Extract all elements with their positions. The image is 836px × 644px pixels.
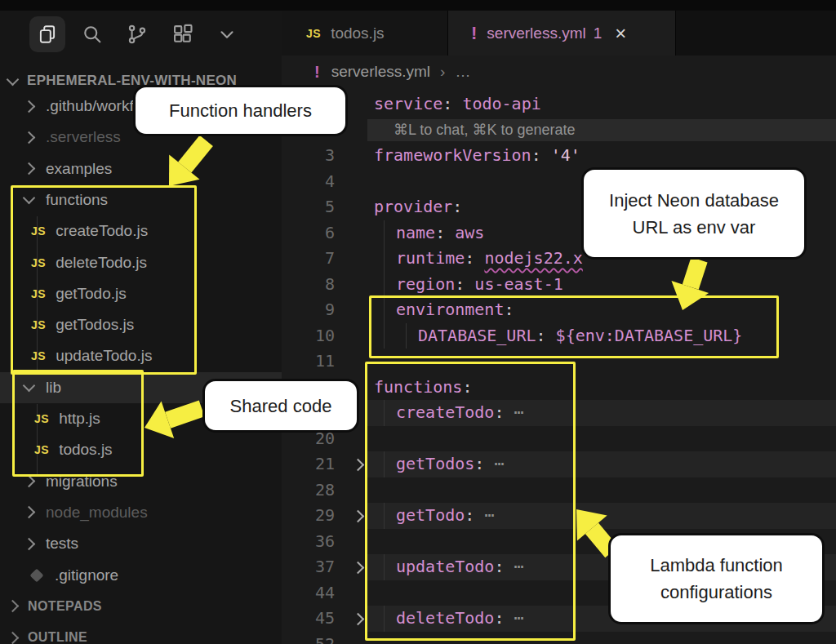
fold-chevron-icon[interactable]: [352, 459, 365, 472]
code-token: provider: [374, 197, 452, 216]
callout-text: Lambda function configurations: [619, 552, 814, 606]
line-number: 7: [282, 246, 335, 272]
line-number: 29: [282, 503, 335, 529]
gitignore-icon: [30, 568, 44, 582]
highlight-box-functions-config: [365, 362, 576, 641]
tree-item[interactable]: JS node_modules: [0, 497, 282, 528]
tree-item-label: node_modules: [46, 504, 148, 522]
callout-shared-code: Shared code: [202, 379, 359, 433]
close-icon[interactable]: ×: [615, 24, 626, 43]
breadcrumb-separator: ›: [440, 63, 445, 81]
chevron-icon: [23, 162, 36, 175]
line-number: 21: [282, 451, 335, 477]
code-text: runtime: nodejs22.x: [396, 246, 583, 272]
tree-item[interactable]: JS .gitignore: [0, 560, 282, 591]
fold-chevron-icon[interactable]: [352, 510, 365, 523]
ai-hint-bar: ⌘L to chat, ⌘K to generate: [367, 119, 836, 142]
chevron-icon: [23, 100, 36, 113]
callout-text: Shared code: [230, 393, 332, 420]
code-token: name: [396, 223, 435, 242]
callout-text: Function handlers: [169, 97, 312, 124]
code-token: service: [374, 94, 442, 113]
tree-item[interactable]: JS examples: [0, 153, 282, 184]
code-line[interactable]: 8 region: us-east-1: [282, 272, 836, 298]
tab-badge: 1: [594, 24, 603, 42]
code-token: us-east-1: [474, 274, 563, 294]
code-line[interactable]: ⌘L to chat, ⌘K to generate: [282, 118, 836, 144]
chevron-icon: [23, 475, 36, 488]
code-token: '4': [551, 145, 580, 165]
chevron-icon: [23, 131, 36, 144]
tree-item-label: OUTLINE: [28, 630, 87, 644]
tab-bar: JS todos.js ! serverless.yml 1 ×: [282, 11, 836, 56]
chevron-icon: [7, 631, 20, 644]
yaml-warning-icon: !: [314, 63, 320, 82]
code-line[interactable]: 3 frameworkVersion: '4': [282, 143, 836, 169]
chevron-icon: [7, 600, 20, 613]
chevron-icon: [23, 537, 36, 550]
line-number: 45: [282, 606, 335, 632]
ai-hint-text: ⌘L to chat, ⌘K to generate: [394, 122, 575, 138]
tab-label: serverless.yml: [487, 24, 585, 42]
line-number: 52: [282, 632, 335, 644]
tab-todos[interactable]: JS todos.js: [282, 11, 448, 56]
code-text: name: aws: [396, 220, 484, 246]
title-bar: [0, 0, 836, 11]
yaml-warning-icon: !: [471, 23, 477, 44]
code-text: frameworkVersion: '4': [374, 143, 580, 169]
callout-text: Inject Neon database URL as env var: [592, 187, 796, 241]
line-number: 6: [282, 220, 335, 246]
line-number: 10: [282, 323, 335, 349]
highlight-box-functions-folder: [11, 185, 197, 375]
tree-item-label: NOTEPADS: [28, 599, 102, 614]
code-token: :: [531, 145, 551, 165]
code-token: runtime: [396, 248, 465, 268]
code-text: service: todo-api: [374, 91, 541, 118]
chevron-icon: [23, 506, 36, 519]
indent-guide: [384, 246, 385, 272]
tree-item-label: .serverless: [46, 128, 121, 146]
tab-serverless[interactable]: ! serverless.yml 1 ×: [448, 11, 676, 56]
code-token: :: [452, 197, 462, 216]
vscode-window: EPHEMERAL-ENV-WITH-NEON JS .github/workf…: [0, 0, 836, 644]
tree-item[interactable]: JS tests: [0, 528, 282, 559]
code-line[interactable]: 1 service: todo-api: [282, 91, 836, 118]
code-token: :: [442, 94, 462, 113]
breadcrumb[interactable]: ! serverless.yml › …: [282, 56, 836, 88]
breadcrumb-more[interactable]: …: [455, 63, 470, 81]
line-number: 11: [282, 349, 335, 375]
indent-guide: [384, 272, 385, 298]
line-number: 37: [282, 554, 335, 580]
line-number: 4: [282, 169, 335, 195]
fold-chevron-icon[interactable]: [352, 562, 365, 575]
code-text: provider:: [374, 194, 462, 220]
callout-inject-neon: Inject Neon database URL as env var: [581, 167, 807, 260]
tree-item-label: examples: [46, 160, 112, 178]
code-token: aws: [455, 223, 484, 242]
line-number: 44: [282, 580, 335, 606]
tree-item-label: .gitignore: [55, 566, 118, 584]
line-number: 9: [282, 297, 335, 323]
callout-function-handlers: Function handlers: [133, 85, 348, 136]
highlight-box-lib-folder: [12, 370, 144, 477]
code-token: nodejs22.x: [484, 248, 582, 268]
callout-lambda-config: Lambda function configurations: [608, 533, 825, 624]
tree-item-label: tests: [46, 535, 78, 553]
js-file-icon: JS: [306, 27, 321, 40]
code-token: todo-api: [462, 94, 540, 113]
code-text: region: us-east-1: [396, 272, 563, 298]
fold-chevron-icon[interactable]: [352, 613, 365, 626]
code-token: :: [465, 248, 484, 268]
breadcrumb-file[interactable]: serverless.yml: [331, 63, 430, 81]
line-number: 36: [282, 529, 335, 555]
tree-item[interactable]: JS NOTEPADS: [0, 591, 282, 622]
line-number: 3: [282, 143, 335, 169]
indent-guide: [384, 220, 385, 246]
code-token: frameworkVersion: [374, 145, 531, 165]
highlight-box-environment: [369, 295, 779, 358]
tab-label: todos.js: [331, 24, 384, 42]
line-number: 28: [282, 477, 335, 504]
tree-item[interactable]: JS OUTLINE: [0, 622, 282, 644]
code-token: region: [396, 274, 455, 294]
line-number: 5: [282, 194, 335, 220]
